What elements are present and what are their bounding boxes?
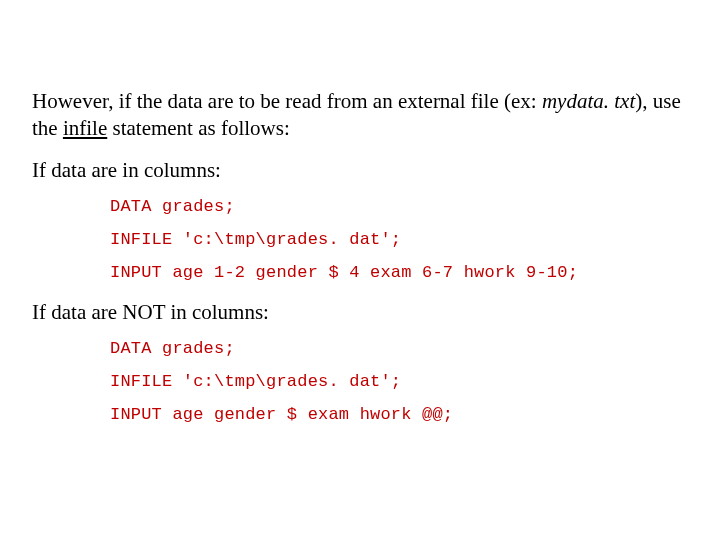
code-line: DATA grades;: [110, 197, 688, 216]
code-line: INFILE 'c:\tmp\grades. dat';: [110, 230, 688, 249]
slide-content: However, if the data are to be read from…: [0, 0, 720, 424]
section-2-heading: If data are NOT in columns:: [32, 300, 688, 325]
code-line: INPUT age 1-2 gender $ 4 exam 6-7 hwork …: [110, 263, 688, 282]
code-line: DATA grades;: [110, 339, 688, 358]
code-line: INFILE 'c:\tmp\grades. dat';: [110, 372, 688, 391]
intro-paragraph: However, if the data are to be read from…: [32, 88, 688, 142]
intro-keyword: infile: [63, 116, 107, 140]
code-line: INPUT age gender $ exam hwork @@;: [110, 405, 688, 424]
code-block-2: DATA grades; INFILE 'c:\tmp\grades. dat'…: [110, 339, 688, 424]
intro-text-3: statement as follows:: [107, 116, 290, 140]
intro-text-1: However, if the data are to be read from…: [32, 89, 542, 113]
intro-filename: mydata. txt: [542, 89, 635, 113]
code-block-1: DATA grades; INFILE 'c:\tmp\grades. dat'…: [110, 197, 688, 282]
section-1-heading: If data are in columns:: [32, 158, 688, 183]
